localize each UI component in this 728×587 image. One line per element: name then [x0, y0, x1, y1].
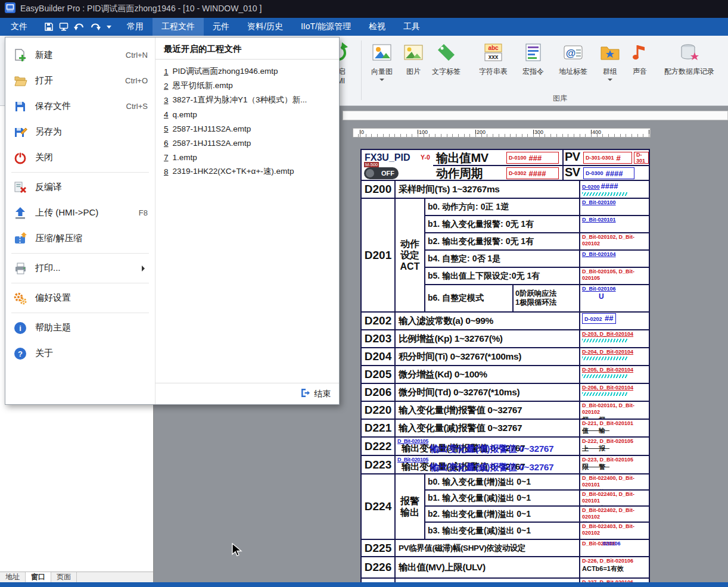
tab-data-history[interactable]: 资料/历史 — [238, 18, 292, 36]
row-address[interactable]: D-204, D_Bit-020104 — [579, 348, 649, 365]
row-address[interactable]: D-205, D_Bit-020104 — [579, 366, 649, 383]
table-row: D202 输入滤波常数(a) 0~99% D-0202 ## — [362, 313, 649, 330]
undo-icon[interactable] — [74, 23, 85, 32]
row-address[interactable]: D_Bit-020101, D_Bit-020102 捆 捆 — [579, 402, 649, 419]
toggle-switch[interactable]: OFF — [364, 167, 399, 179]
ribbon-recipe-database-button[interactable]: 配方数据库记录 — [655, 39, 723, 103]
download-to-hmi-icon[interactable] — [59, 22, 69, 32]
ribbon-separator — [361, 40, 362, 100]
chevron-down-icon[interactable] — [379, 79, 384, 83]
row-address[interactable]: D_Bit-022401, D_Bit-020101木 木 — [579, 491, 649, 505]
menu-item-save-as[interactable]: 另存为 — [5, 119, 155, 145]
menu-item-open[interactable]: 打开 Ctrl+O — [5, 68, 155, 93]
menu-item-compress[interactable]: 压缩/解压缩 — [5, 226, 155, 251]
menu-item-decompile[interactable]: 反编译 — [5, 174, 155, 200]
row-address[interactable]: D_Bit-020104 — [579, 251, 649, 267]
tab-view[interactable]: 检视 — [360, 18, 394, 36]
recent-files-header: 最近开启的工程文件 — [155, 38, 339, 60]
menu-item-close[interactable]: 关闭 — [5, 145, 155, 170]
ribbon-text-label-button[interactable]: 文字标签 — [428, 39, 465, 103]
row-address[interactable]: D_Bit-022400, D_Bit-020101能 能 — [579, 474, 649, 489]
save-icon[interactable] — [44, 22, 54, 32]
recent-file-item[interactable]: 52587-1HJ11S2A.emtp — [155, 121, 339, 136]
row-address[interactable]: D-206, D_Bit-020104 — [579, 384, 649, 401]
tab-tools[interactable]: 工具 — [394, 18, 429, 36]
tab-elements[interactable]: 元件 — [204, 18, 238, 36]
menu-item-print[interactable]: 打印... — [5, 255, 155, 281]
power-icon — [13, 150, 28, 166]
mv-value-display[interactable]: D-0100### — [506, 152, 559, 164]
menu-item-save[interactable]: 保存文件 Ctrl+S — [5, 93, 155, 119]
row-address[interactable]: D-0202 ## — [579, 313, 649, 329]
recent-file-item[interactable]: 4q.emtp — [155, 107, 339, 121]
coil-address-label: M-500 — [364, 162, 379, 167]
sv-value-display[interactable]: D-0300#### — [583, 167, 634, 179]
register-label: D204 — [362, 348, 396, 365]
row-address[interactable]: D_Bit-020102, D_Bit-020102 — [579, 233, 649, 249]
tab-project-file[interactable]: 工程文件 — [153, 18, 204, 36]
row-address[interactable]: D-222, D_Bit-020105 上 报 — [579, 438, 649, 455]
pv-value-display[interactable]: D-301-0301# — [583, 152, 632, 164]
menu-item-upload[interactable]: 上传 (HMI->PC) F8 — [5, 200, 155, 226]
recent-file-item[interactable]: 1PID调试画面zhong1946.emtp — [155, 64, 339, 79]
pv-address-label[interactable]: D-301 — [634, 152, 649, 164]
pid-parameter-table: FX3U_PID Y-0 输出值MV D-0100### PV D-301-03… — [360, 149, 650, 587]
subrow-text: b5. 输出值上下限设定:0无 1有 — [425, 268, 579, 284]
row-address[interactable]: D_Bit-022403, D_Bit-020102 — [579, 523, 649, 539]
row-address[interactable]: D-223, D_Bit-020105 限 警 — [579, 456, 649, 473]
tab-address[interactable]: 地址 — [0, 572, 26, 582]
register-label: D203 — [362, 330, 396, 347]
overlapped-text: 值 输 — [582, 427, 647, 435]
row-address[interactable]: D_Bit-020105, D_Bit-020105 — [579, 268, 649, 284]
chevron-down-icon[interactable] — [608, 79, 612, 83]
row-address[interactable]: D-226, D_Bit-020106 ACTb6=1有效 — [579, 557, 649, 577]
table-subrow: b2. 输出变化量(增)溢出 0~1 D_Bit-022402, D_Bit-0… — [425, 507, 649, 523]
tab-file[interactable]: 文件 — [0, 18, 38, 36]
menu-item-help-topics[interactable]: i 帮助主题 — [5, 315, 155, 341]
gear-icon — [13, 291, 28, 306]
group-folder-icon — [599, 39, 621, 66]
row-address[interactable]: D_Bit-020106 U — [579, 285, 649, 311]
row-address[interactable]: D_Bit-020106020106 — [579, 540, 649, 556]
address-tag-icon: @ — [562, 39, 584, 66]
chevron-down-icon[interactable] — [106, 25, 112, 29]
row-description: 微分时间(Td) 0~32767(*10ms) — [396, 384, 579, 401]
row-address[interactable]: D_Bit-022402, D_Bit-020102苗 苗 — [579, 507, 649, 522]
toggle-knob — [366, 169, 374, 177]
tab-iiot-energy[interactable]: IIoT/能源管理 — [292, 18, 360, 36]
cycle-value-display[interactable]: D-0302#### — [506, 167, 559, 179]
row-address[interactable]: D_Bit-020101 — [579, 216, 649, 232]
ribbon-sound-button[interactable]: 声音 — [627, 39, 653, 103]
subrow-text: b3. 输出变化量(减)溢出 0~1 — [425, 523, 579, 539]
menu-item-about[interactable]: ? 关于 — [5, 341, 155, 366]
tab-page[interactable]: 页面 — [51, 572, 77, 582]
printer-icon — [13, 261, 28, 276]
row-description: D_Bit-020105 输出变化量(减)报警值 0~32767 输出变化量(减… — [396, 456, 579, 473]
music-note-icon — [629, 39, 651, 66]
open-folder-icon — [13, 73, 28, 89]
recent-file-item[interactable]: 71.emtp — [155, 150, 339, 164]
recent-file-item[interactable]: 33827-1直焊为脉冲Y1（3种模式）新... — [155, 93, 339, 107]
tab-common[interactable]: 常用 — [118, 18, 153, 36]
hmi-design-window[interactable]: FX3U_PID Y-0 输出值MV D-0100### PV D-301-03… — [360, 149, 650, 587]
hatch-marker — [582, 192, 627, 196]
ribbon-picture-button[interactable]: 图片 — [400, 39, 427, 103]
mode-options: 0阶跃响应法 1极限循环法 — [512, 285, 579, 311]
menu-item-preferences[interactable]: 偏好设置 — [5, 285, 155, 311]
tab-window[interactable]: 窗口 — [26, 572, 51, 582]
row-address[interactable]: D-221, D_Bit-020101 值 输 — [579, 420, 649, 436]
menu-item-new[interactable]: 新建 Ctrl+N — [5, 42, 155, 68]
recent-file-item[interactable]: 2恩平切纸新.emtp — [155, 79, 339, 93]
recent-file-item[interactable]: 62587-1HJ11S2A.emtp — [155, 136, 339, 150]
row-address[interactable]: D-0200#### — [579, 181, 649, 198]
toggle-state-text: OFF — [381, 170, 394, 177]
recent-file-item[interactable]: 82319-1HK22(XC+TK+α+-速).emtp — [155, 164, 339, 179]
subrow-text: b1. 输入变化量报警: 0无 1有 — [425, 216, 579, 232]
row-address[interactable]: D-203, D_Bit-020104 — [579, 330, 649, 347]
subrow-text: b1. 输入变化量(减)溢出 0~1 — [425, 491, 579, 505]
ribbon-vector-image-button[interactable]: 向量图 — [365, 39, 399, 103]
table-row: D221 输入变化量(减)报警值 0~32767 D-221, D_Bit-02… — [362, 420, 649, 438]
exit-button[interactable]: 结束 — [300, 388, 331, 400]
row-address[interactable]: D_Bit-020100 — [579, 199, 649, 215]
redo-icon[interactable] — [90, 23, 101, 32]
